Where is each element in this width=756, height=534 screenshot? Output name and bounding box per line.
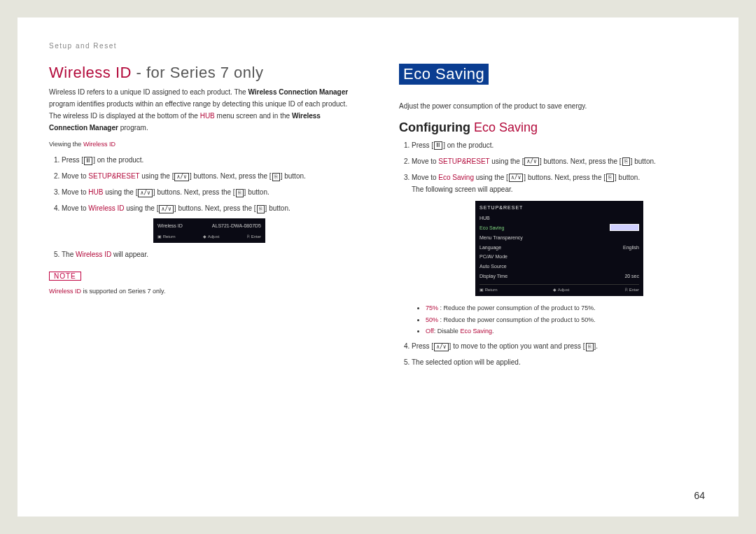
menu-icon: Ⅲ: [434, 141, 442, 150]
step-5: The Wireless ID will appear.: [62, 248, 357, 260]
steps-list-right: Press [Ⅲ] on the product. Move to SETUP&…: [399, 139, 707, 368]
updown-icon: ∧/∨: [159, 205, 173, 213]
bullet-off: Off: Disable Eco Saving.: [426, 326, 707, 336]
osd-item: Menu Transparency: [479, 234, 523, 242]
text: ] on the product.: [443, 141, 493, 149]
osd-footer-adjust: ◆ Adjust: [203, 233, 219, 240]
step-3: Move to HUB using the [∧/∨] buttons. Nex…: [62, 186, 357, 198]
text-hl: Wireless ID: [88, 204, 124, 212]
step-1: Press [Ⅲ] on the product.: [62, 154, 357, 166]
text: ] on the product.: [93, 156, 144, 164]
two-column-layout: Wireless ID - for Series 7 only Wireless…: [49, 64, 707, 372]
text-hl: 50%: [426, 316, 438, 323]
osd-value: English: [623, 244, 639, 252]
text: Wireless ID refers to a unique ID assign…: [49, 88, 248, 96]
text: : Disable: [434, 328, 461, 335]
text-hl: Wireless ID: [76, 251, 111, 258]
left-column: Wireless ID - for Series 7 only Wireless…: [49, 64, 357, 372]
text-hl: Eco Saving: [474, 120, 538, 134]
eco-intro: Adjust the power consumption of the prod…: [399, 100, 707, 112]
text: Press [: [62, 156, 83, 164]
enter-icon: ⎘: [272, 173, 280, 181]
osd-item: Auto Source: [479, 262, 507, 271]
text: Press [: [412, 141, 433, 149]
text: is supported on Series 7 only.: [81, 288, 165, 295]
text: ] buttons. Next, press the [: [524, 174, 606, 181]
osd-title: SETUP&RESET: [479, 204, 639, 212]
text: ].: [594, 342, 598, 350]
osd-value: 20 sec: [624, 272, 639, 281]
osd-item: HUB: [479, 214, 490, 223]
updown-icon: ∧/∨: [174, 173, 188, 181]
text: ] to move to the option you want and pre…: [449, 342, 585, 350]
text-hl: Wireless ID: [83, 141, 115, 148]
text: Move to: [62, 204, 88, 212]
step-5: The selected option will be applied.: [412, 356, 707, 368]
text: : Reduce the power consumption of the pr…: [438, 316, 596, 323]
text-hl: Off: [426, 328, 434, 335]
text: The following screen will appear.: [412, 185, 513, 193]
note-badge: NOTE: [49, 272, 81, 281]
enter-icon: ⎘: [257, 205, 265, 213]
osd-footer-enter: ⎘ Enter: [625, 286, 639, 293]
osd-item: Language: [479, 244, 501, 252]
enter-icon: ⎘: [622, 157, 630, 166]
updown-icon: ∧/∨: [509, 174, 523, 182]
right-column: Eco Saving Adjust the power consumption …: [399, 64, 707, 372]
text: Viewing the: [49, 141, 83, 148]
osd-value: ALS721-DWA-0807D5: [212, 222, 261, 230]
text: Move to: [412, 174, 438, 181]
updown-icon: ∧/∨: [524, 157, 538, 166]
text-hl: HUB: [200, 112, 215, 120]
osd-footer-enter: ⎘ Enter: [247, 233, 261, 240]
updown-icon: ∧/∨: [138, 189, 152, 197]
osd-footer-return: ▣ Return: [479, 286, 498, 293]
step-1: Press [Ⅲ] on the product.: [412, 139, 707, 151]
text: ] buttons. Next, press the [: [190, 172, 272, 180]
manual-page: Setup and Reset Wireless ID - for Series…: [18, 17, 738, 517]
enter-icon: ⎘: [236, 189, 244, 197]
step-2: Move to SETUP&RESET using the [∧/∨] butt…: [412, 155, 707, 167]
text: Move to: [62, 172, 88, 180]
step-4: Move to Wireless ID using the [∧/∨] butt…: [62, 202, 357, 243]
text: ] button.: [265, 204, 290, 212]
text: ] buttons. Next, press the [: [540, 157, 622, 165]
page-number: 64: [694, 490, 705, 501]
bullet-50: 50% : Reduce the power consumption of th…: [426, 315, 707, 325]
text: using the [: [474, 174, 508, 181]
text-hl: Wireless ID: [49, 288, 81, 295]
text: ] button.: [631, 157, 656, 165]
heading-rest: - for Series 7 only: [132, 64, 264, 81]
text: using the [: [124, 204, 158, 212]
intro-paragraph: Wireless ID refers to a unique ID assign…: [49, 86, 357, 134]
text: Configuring: [399, 120, 474, 134]
text: using the [: [103, 188, 137, 196]
osd-item-selected: Eco Saving: [479, 224, 504, 232]
text-hl: HUB: [88, 188, 103, 196]
osd-screenshot-wireless-id: Wireless IDALS721-DWA-0807D5 ▣ Return ◆ …: [153, 218, 265, 243]
text: The: [62, 251, 76, 258]
text: menu screen and in the: [215, 112, 292, 120]
text-bold: Wireless Connection Manager: [248, 88, 348, 96]
step-4: Press [∧/∨] to move to the option you wa…: [412, 340, 707, 352]
osd-footer-return: ▣ Return: [158, 233, 176, 240]
osd-screenshot-setup-reset: SETUP&RESET HUB Eco Saving Menu Transpar…: [475, 201, 643, 296]
osd-footer-adjust: ◆ Adjust: [553, 286, 569, 293]
text: using the [: [490, 157, 524, 165]
text: will appear.: [111, 251, 148, 258]
osd-label: Wireless ID: [158, 222, 183, 230]
bullet-75: 75% : Reduce the power consumption of th…: [426, 303, 707, 313]
menu-icon: Ⅲ: [84, 157, 92, 165]
heading-wireless-id: Wireless ID - for Series 7 only: [49, 64, 357, 82]
step-3: Move to Eco Saving using the [∧/∨] butto…: [412, 171, 707, 336]
steps-list-left: Press [Ⅲ] on the product. Move to SETUP&…: [49, 154, 357, 260]
text-hl: 75%: [426, 304, 438, 311]
text: Move to: [62, 188, 88, 196]
text: program.: [118, 124, 148, 132]
text: Move to: [412, 157, 438, 165]
enter-icon: ⎘: [606, 174, 614, 182]
text: .: [492, 328, 494, 335]
viewing-label: Viewing the Wireless ID: [49, 139, 357, 150]
text: ] button.: [615, 174, 640, 181]
breadcrumb: Setup and Reset: [49, 42, 707, 50]
